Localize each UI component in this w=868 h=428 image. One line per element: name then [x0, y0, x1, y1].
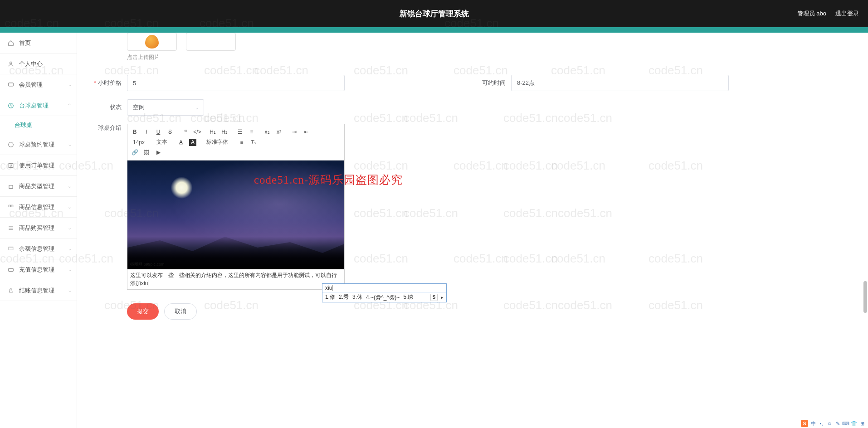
tray-icon[interactable]: ✎ — [834, 420, 841, 427]
svg-rect-8 — [9, 247, 13, 249]
link-button[interactable]: 🔗 — [131, 149, 138, 156]
sidebar-item-home[interactable]: 首页 — [0, 33, 77, 54]
ime-page-arrows[interactable]: ▸ — [441, 295, 444, 300]
editor-body[interactable]: 摄图网 699pic.com 这里可以发布一些一些相关的介绍内容，这里的所有内容… — [127, 160, 344, 289]
sidebar-item-product[interactable]: 商品信息管理 ⌵ — [0, 197, 77, 218]
bell-icon — [7, 287, 15, 294]
clock-icon — [7, 102, 15, 109]
tray-icon[interactable]: ⌨ — [843, 420, 849, 427]
tray-icon[interactable]: ⊞ — [859, 420, 865, 427]
svg-rect-1 — [9, 83, 14, 86]
sogou-tray-icon[interactable]: S — [801, 420, 808, 427]
editor-text[interactable]: 这里可以发布一些一些相关的介绍内容，这里的所有内容都是用于功能测试，可以自行添加… — [127, 269, 344, 289]
svg-point-0 — [10, 62, 12, 64]
ime-window: xiu 1.修 2.秀 3.休 4.~(@^_^@)~ 5.绣 S ▸ — [322, 283, 447, 302]
image-upload-row — [127, 33, 859, 51]
accent-bar — [0, 27, 868, 33]
sogou-icon: S — [430, 294, 438, 301]
sidebar-item-purchase[interactable]: 商品购买管理 ⌵ — [0, 218, 77, 238]
sub-button[interactable]: x₂ — [263, 128, 271, 136]
sidebar-item-recharge[interactable]: 充值信息管理 ⌵ — [0, 259, 77, 280]
hour-price-input[interactable] — [127, 75, 345, 91]
font-size-select[interactable]: 14px — [131, 139, 146, 146]
sidebar-item-member[interactable]: 会员管理 ⌵ — [0, 74, 77, 95]
sidebar-item-reserve[interactable]: 球桌预约管理 ⌵ — [0, 134, 77, 155]
header: 新锐台球厅管理系统 管理员 abo 退出登录 — [0, 0, 868, 27]
image-button[interactable]: 🖼 — [143, 149, 150, 156]
quote-button[interactable]: ❝ — [182, 128, 189, 136]
user-icon — [7, 60, 15, 68]
rich-editor: B I U S ❝ </> H₁ H₂ — [127, 124, 345, 290]
tray-icon[interactable]: ☺ — [826, 420, 833, 427]
tray-icon[interactable]: •, — [818, 420, 824, 427]
italic-button[interactable]: I — [143, 128, 150, 136]
chevron-down-icon: ⌵ — [68, 225, 71, 230]
align-button[interactable]: ≡ — [238, 139, 245, 146]
sidebar-label: 台球桌管理 — [19, 102, 49, 110]
tray-icon[interactable]: 中 — [810, 420, 816, 427]
color-button[interactable]: A — [177, 139, 185, 146]
monitor-icon — [7, 245, 15, 253]
app-title: 新锐台球厅管理系统 — [400, 9, 469, 19]
ul-button[interactable]: ≡ — [248, 128, 255, 136]
sidebar-subitem-table[interactable]: 台球桌 — [0, 116, 77, 134]
sidebar-label: 球桌预约管理 — [19, 141, 54, 149]
status-select[interactable]: 空闲 ⌵ — [127, 99, 204, 116]
ime-candidates[interactable]: 1.修 2.秀 3.休 4.~(@^_^@)~ 5.绣 S ▸ — [322, 292, 446, 302]
svg-rect-7 — [11, 205, 13, 207]
font-family-select[interactable]: 标准字体 — [205, 138, 230, 146]
content-area: 点击上传图片 *小时价格 可约时间 状态 空闲 ⌵ 球桌介绍 — [77, 33, 868, 428]
code-button[interactable]: </> — [194, 128, 201, 136]
indent-button[interactable]: ⇥ — [291, 128, 298, 136]
box-icon — [7, 183, 15, 190]
h2-button[interactable]: H₂ — [221, 128, 228, 136]
sidebar-label: 个人中心 — [19, 60, 43, 68]
video-button[interactable]: ▶ — [155, 149, 162, 156]
chevron-up-icon: ⌃ — [68, 103, 71, 108]
chevron-down-icon: ⌵ — [68, 288, 71, 293]
bgcolor-button[interactable]: A — [189, 139, 196, 146]
sidebar-label: 余额信息管理 — [19, 245, 54, 253]
submit-button[interactable]: 提交 — [127, 303, 159, 320]
svg-point-3 — [9, 142, 14, 147]
sup-button[interactable]: x² — [275, 128, 283, 136]
card-icon — [7, 266, 15, 273]
tray-icon[interactable]: 👕 — [851, 420, 857, 427]
ol-button[interactable]: ☰ — [236, 128, 244, 136]
font-style-select[interactable]: 文本 — [155, 138, 169, 146]
chevron-down-icon: ⌵ — [68, 184, 71, 189]
logout-link[interactable]: 退出登录 — [835, 10, 859, 18]
clear-format-button[interactable]: Tₓ — [250, 139, 257, 146]
sidebar-label: 商品类型管理 — [19, 182, 54, 190]
hour-price-label: *小时价格 — [91, 79, 127, 87]
status-value: 空闲 — [133, 103, 145, 112]
sidebar-item-table[interactable]: 台球桌管理 ⌃ — [0, 95, 77, 116]
avail-time-input[interactable] — [511, 75, 729, 91]
svg-rect-4 — [9, 163, 13, 167]
h1-button[interactable]: H₁ — [209, 128, 216, 136]
sidebar-item-category[interactable]: 商品类型管理 ⌵ — [0, 176, 77, 197]
sidebar-label: 首页 — [19, 39, 31, 47]
chevron-down-icon: ⌵ — [68, 142, 71, 147]
scrollbar-thumb[interactable] — [863, 281, 867, 313]
home-icon — [7, 39, 15, 47]
sidebar-item-order[interactable]: 使用订单管理 ⌵ — [0, 155, 77, 176]
bold-button[interactable]: B — [131, 128, 138, 136]
strike-button[interactable]: S — [166, 128, 174, 136]
image-slot-2[interactable] — [186, 33, 236, 51]
intro-label: 球桌介绍 — [91, 124, 127, 132]
clock2-icon — [7, 141, 15, 148]
sidebar-item-profile[interactable]: 个人中心 — [0, 54, 77, 74]
cancel-button[interactable]: 取消 — [164, 303, 197, 320]
sidebar-label: 商品信息管理 — [19, 203, 54, 211]
sidebar-label: 结账信息管理 — [19, 287, 54, 295]
image-slot-1[interactable] — [127, 33, 177, 51]
sidebar-item-balance[interactable]: 余额信息管理 ⌵ — [0, 238, 77, 259]
underline-button[interactable]: U — [155, 128, 162, 136]
chevron-down-icon: ⌵ — [68, 246, 71, 251]
sidebar-label: 使用订单管理 — [19, 161, 54, 170]
avail-time-label: 可约时间 — [475, 79, 511, 87]
admin-label[interactable]: 管理员 abo — [797, 10, 826, 18]
sidebar-item-checkout[interactable]: 结账信息管理 ⌵ — [0, 280, 77, 301]
outdent-button[interactable]: ⇤ — [302, 128, 310, 136]
